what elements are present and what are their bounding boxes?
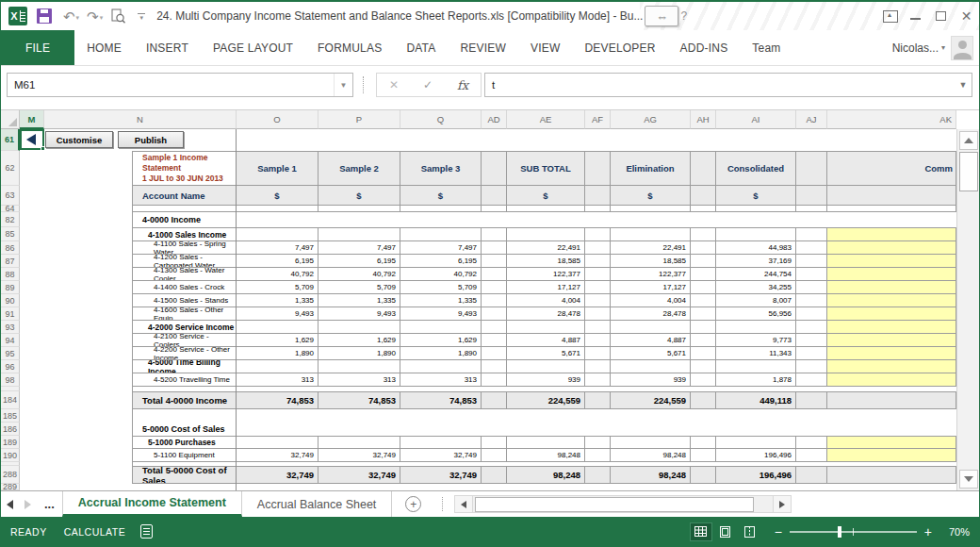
cell-N94-left[interactable] [44, 334, 133, 347]
cell-AF86[interactable] [585, 241, 611, 255]
cell-N185-left[interactable] [44, 409, 133, 423]
column-header-M[interactable]: M [20, 110, 44, 129]
excel-app-icon[interactable]: X [8, 7, 27, 25]
cell-Q64[interactable] [400, 206, 482, 212]
cell-N63[interactable]: Account Name [133, 186, 237, 206]
save-button[interactable] [37, 8, 52, 24]
cell-AK91[interactable] [827, 307, 956, 321]
status-calculate[interactable]: CALCULATE [64, 526, 126, 538]
cell-AF189[interactable] [585, 436, 611, 449]
cell-AJ190[interactable] [796, 449, 827, 462]
cell-AG289[interactable] [611, 484, 691, 490]
cell-AE98[interactable]: 939 [507, 373, 585, 387]
row-header-98[interactable]: 98 [1, 373, 20, 387]
cell-P190[interactable]: 32,749 [318, 449, 400, 462]
cell-AK62[interactable]: Comm [827, 151, 956, 186]
select-all-corner[interactable] [1, 110, 20, 129]
cell-AG62[interactable]: Elimination [611, 151, 691, 186]
cell-AJ90[interactable] [796, 294, 827, 307]
cell-M86[interactable] [20, 241, 44, 255]
cell-O96[interactable] [237, 360, 318, 373]
undo-button[interactable]: ↶▾ [63, 9, 79, 24]
cell-P64[interactable] [318, 206, 400, 212]
cell-AF98[interactable] [585, 373, 611, 387]
cell-AJ93[interactable] [796, 321, 827, 334]
cell-O86[interactable]: 7,497 [237, 241, 318, 255]
cell-AE189[interactable] [507, 436, 585, 449]
publish-button[interactable]: Publish [118, 131, 184, 148]
row-header-95[interactable]: 95 [1, 347, 20, 360]
cell-P186[interactable] [318, 423, 400, 436]
cell-AJ186[interactable] [796, 423, 827, 436]
cell-N190[interactable]: 5-1100 Equipment [133, 449, 237, 462]
cell-M88[interactable] [20, 268, 44, 281]
row-header-189[interactable]: 189 [1, 436, 20, 449]
cell-AD190[interactable] [482, 449, 507, 462]
cell-P94[interactable]: 1,629 [318, 334, 400, 347]
cell-AE64[interactable] [507, 206, 585, 212]
cell-AF288[interactable] [585, 466, 611, 484]
cell-M89[interactable] [20, 281, 44, 294]
row-header-288[interactable]: 288 [1, 466, 20, 484]
cell-N98[interactable]: 4-5200 Travelling Time [133, 373, 237, 387]
cell-AI95[interactable]: 11,343 [716, 347, 796, 360]
cell-AJ96[interactable] [796, 360, 827, 373]
cell-M90[interactable] [20, 294, 44, 307]
page-break-view-button[interactable] [739, 522, 761, 541]
name-box[interactable]: M61 ▼ [7, 73, 353, 97]
row-header-62[interactable]: 62 [1, 151, 20, 186]
cell-AJ62[interactable] [796, 151, 827, 186]
cell-N98-left[interactable] [44, 373, 133, 387]
cell-N96-left[interactable] [44, 360, 133, 373]
row-header-87[interactable]: 87 [1, 255, 20, 268]
print-preview-button[interactable] [110, 8, 126, 25]
cell-P90[interactable]: 1,335 [318, 294, 400, 307]
row-header-185[interactable]: 185 [1, 409, 20, 423]
cell-AG93[interactable] [611, 321, 691, 334]
formula-bar-expand-icon[interactable]: ▼ [955, 80, 972, 90]
cell-AD95[interactable] [482, 347, 507, 360]
cell-AJ61[interactable] [796, 129, 827, 151]
cell-M87[interactable] [20, 255, 44, 268]
cell-P87[interactable]: 6,195 [318, 255, 400, 268]
macro-record-button[interactable] [140, 524, 153, 539]
cell-AE63[interactable]: $ [507, 186, 585, 206]
cell-AG85[interactable] [611, 227, 691, 241]
column-header-P[interactable]: P [318, 110, 400, 129]
cell-N96[interactable]: 4-5000 Time Billing Income [133, 360, 237, 373]
cell-AH61[interactable] [691, 129, 716, 151]
cell-AH64[interactable] [691, 206, 716, 212]
cell-AF82[interactable] [585, 212, 611, 227]
cell-AJ87[interactable] [796, 255, 827, 268]
cell-AK63[interactable] [827, 186, 956, 206]
cell-M91[interactable] [20, 307, 44, 321]
sheet-tab-accrual-balance-sheet[interactable]: Accrual Balance Sheet [242, 491, 392, 517]
cell-AJ185[interactable] [796, 409, 827, 423]
cell-O190[interactable]: 32,749 [237, 449, 318, 462]
cell-P89[interactable]: 5,709 [318, 281, 400, 294]
cell-N289-left[interactable] [44, 484, 133, 490]
cell-AD91[interactable] [482, 307, 507, 321]
cell-Q86[interactable]: 7,497 [400, 241, 482, 255]
cell-O185[interactable] [237, 409, 318, 423]
cell-AK88[interactable] [827, 268, 956, 281]
cell-P85[interactable] [318, 227, 400, 241]
cell-N87[interactable]: 4-1200 Sales - Carbonated Water [133, 255, 237, 268]
column-header-AF[interactable]: AF [585, 110, 611, 129]
cell-AH95[interactable] [691, 347, 716, 360]
cell-AE185[interactable] [507, 409, 585, 423]
cell-M189[interactable] [20, 436, 44, 449]
cell-AI88[interactable]: 244,754 [716, 268, 796, 281]
row-header-82[interactable]: 82 [1, 212, 20, 227]
cell-N90-left[interactable] [44, 294, 133, 307]
cell-AH86[interactable] [691, 241, 716, 255]
cell-AD96[interactable] [482, 360, 507, 373]
column-header-AG[interactable]: AG [611, 110, 691, 129]
cell-N288-left[interactable] [44, 466, 133, 484]
cell-P189[interactable] [318, 436, 400, 449]
cell-AG61[interactable] [611, 129, 691, 151]
cell-P288[interactable]: 32,749 [318, 466, 400, 484]
signed-in-user[interactable]: Nicolas... [892, 41, 939, 55]
cell-Q94[interactable]: 1,629 [400, 334, 482, 347]
cell-AI87[interactable]: 37,169 [716, 255, 796, 268]
